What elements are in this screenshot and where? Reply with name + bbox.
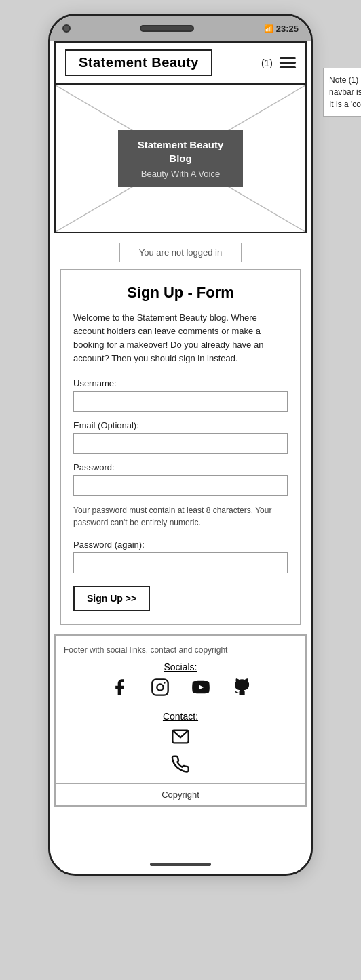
contact-icons (64, 727, 297, 777)
password-again-field-group: Password (again): (73, 539, 288, 573)
phone-bottom-bar (50, 855, 311, 874)
svg-rect-2 (152, 679, 168, 695)
phone-frame: 📶 23:25 Statement Beauty (1) (48, 14, 313, 876)
form-title: Sign Up - Form (73, 284, 288, 302)
hamburger-line (280, 66, 296, 68)
username-field-group: Username: (73, 378, 288, 412)
github-icon[interactable] (232, 678, 251, 701)
camera-dot (62, 24, 71, 33)
annotation-note: Note (1) Sticky navbar is low priority. … (323, 68, 361, 117)
password-hint: Your password must contain at least 8 ch… (73, 504, 288, 529)
youtube-icon[interactable] (191, 678, 210, 701)
footer-description: Footer with social links, contact and co… (64, 645, 297, 655)
password-label: Password: (73, 462, 288, 472)
hero-image: Statement Beauty Blog Beauty With A Voic… (54, 84, 307, 233)
form-description: Welcome to the Statement Beauty blog. Wh… (73, 311, 288, 366)
signup-submit-button[interactable]: Sign Up >> (73, 586, 150, 611)
wifi-icon: 📶 (264, 24, 273, 33)
hero-site-name: Statement Beauty Blog (137, 138, 224, 165)
copyright-bar: Copyright (56, 783, 305, 805)
hero-tagline: Beauty With A Voice (137, 169, 224, 179)
password-again-label: Password (again): (73, 539, 288, 550)
login-status-text: You are not logged in (119, 243, 242, 262)
instagram-icon[interactable] (151, 678, 170, 701)
contact-section: Contact: (64, 711, 297, 777)
time-display: 23:25 (276, 24, 299, 34)
phone-icon[interactable] (171, 754, 190, 777)
social-icons-row (64, 678, 297, 701)
login-status-bar: You are not logged in (54, 243, 307, 262)
home-indicator (150, 863, 211, 866)
hamburger-line (280, 62, 296, 64)
annotation-note-text: Note (1) Sticky navbar is low priority. … (329, 75, 361, 109)
username-input[interactable] (73, 391, 288, 412)
navbar: Statement Beauty (1) (54, 41, 307, 84)
svg-point-4 (164, 682, 165, 683)
hero-overlay: Statement Beauty Blog Beauty With A Voic… (118, 130, 243, 187)
password-again-input[interactable] (73, 552, 288, 573)
contact-label: Contact: (64, 711, 297, 722)
email-label: Email (Optional): (73, 420, 288, 430)
username-label: Username: (73, 378, 288, 388)
socials-label: Socials: (64, 661, 297, 672)
svg-point-3 (157, 684, 163, 690)
signup-form-container: Sign Up - Form Welcome to the Statement … (60, 269, 301, 625)
email-icon[interactable] (171, 727, 190, 750)
navbar-badge[interactable]: (1) (261, 58, 273, 68)
navbar-right: (1) (261, 57, 296, 68)
email-field-group: Email (Optional): (73, 420, 288, 454)
facebook-icon[interactable] (110, 678, 129, 701)
password-input[interactable] (73, 475, 288, 496)
hamburger-line (280, 57, 296, 59)
footer: Footer with social links, contact and co… (54, 634, 307, 807)
screen-content: Statement Beauty (1) Statement (50, 41, 311, 855)
speaker-bar (140, 25, 194, 32)
navbar-logo: Statement Beauty (65, 49, 212, 76)
status-bar: 📶 23:25 (50, 16, 311, 41)
status-icons: 📶 23:25 (264, 24, 299, 34)
email-input[interactable] (73, 433, 288, 454)
password-field-group: Password: (73, 462, 288, 496)
hamburger-menu-button[interactable] (280, 57, 296, 68)
